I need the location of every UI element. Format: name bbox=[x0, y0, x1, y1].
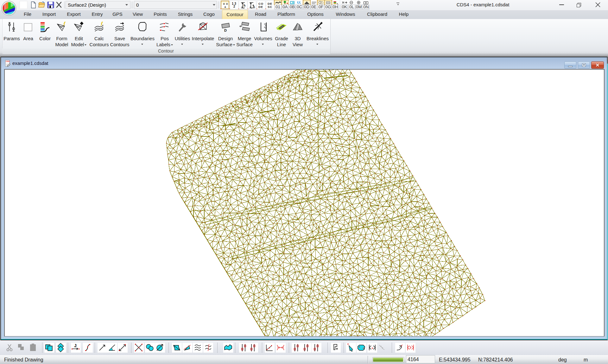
svg-text:SC: SC bbox=[268, 5, 272, 9]
svg-text:D: D bbox=[224, 28, 227, 32]
svg-text:h: h bbox=[244, 4, 245, 7]
svg-text:+: + bbox=[224, 5, 226, 9]
svg-text:DE: DE bbox=[258, 5, 263, 9]
svg-text:J: J bbox=[74, 343, 77, 348]
svg-text:2: 2 bbox=[233, 5, 235, 8]
svg-text:CDS: CDS bbox=[6, 60, 10, 62]
svg-text:h: h bbox=[253, 5, 255, 9]
